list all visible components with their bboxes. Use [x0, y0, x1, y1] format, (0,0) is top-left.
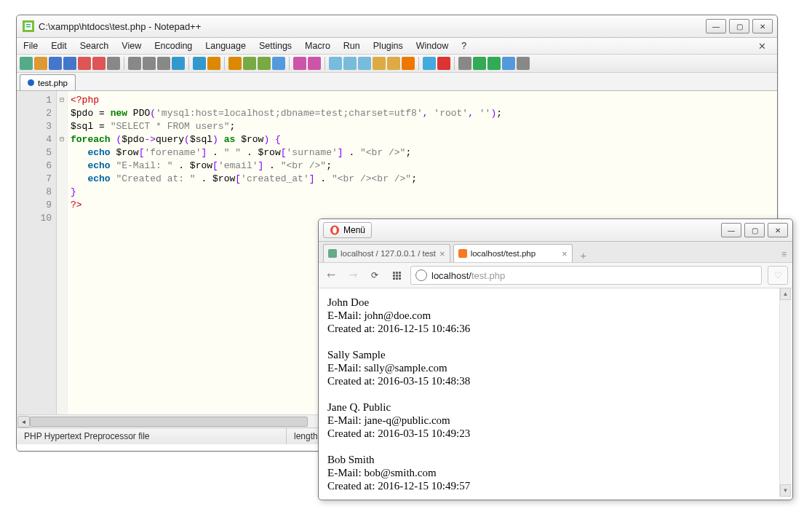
- folder-icon[interactable]: [402, 57, 415, 70]
- record-name: Bob Smith: [327, 453, 784, 466]
- url-domain: localhost/: [431, 270, 471, 281]
- find-icon[interactable]: [207, 57, 220, 70]
- vertical-scrollbar[interactable]: ▲ ▼: [779, 288, 791, 497]
- menu-run[interactable]: Run: [337, 41, 367, 51]
- open-icon[interactable]: [34, 57, 47, 70]
- page-content: John DoeE-Mail: john@doe.comCreated at: …: [319, 288, 792, 491]
- zoom-out-icon[interactable]: [258, 57, 271, 70]
- unfold-all-icon[interactable]: [358, 57, 371, 70]
- stop-icon[interactable]: [458, 57, 471, 70]
- minimize-button[interactable]: —: [706, 19, 726, 34]
- npp-app-icon: [23, 20, 34, 32]
- doc-map-icon[interactable]: [373, 57, 386, 70]
- tab-menu-icon[interactable]: ≡: [781, 249, 787, 259]
- npp-title: C:\xampp\htdocs\test.php - Notepad++: [39, 21, 706, 32]
- play-icon[interactable]: [473, 57, 486, 70]
- indent-guide-icon[interactable]: [329, 57, 342, 70]
- file-tab-label: test.php: [38, 79, 68, 87]
- menu-edit[interactable]: Edit: [44, 41, 73, 51]
- sync-icon[interactable]: [272, 57, 285, 70]
- back-button[interactable]: 🡐: [323, 267, 339, 283]
- bookmark-button[interactable]: ♡: [768, 266, 788, 285]
- status-language: PHP Hypertext Preprocessor file: [17, 428, 287, 444]
- menu-plugins[interactable]: Plugins: [367, 41, 410, 51]
- function-list-icon[interactable]: [387, 57, 400, 70]
- redo-icon[interactable]: [193, 57, 206, 70]
- record-entry: Jane Q. PublicE-Mail: jane-q@public.comC…: [327, 401, 784, 440]
- scroll-thumb[interactable]: [30, 417, 308, 427]
- url-path: test.php: [471, 270, 505, 281]
- scroll-left-icon[interactable]: ◄: [17, 416, 30, 427]
- menu-file[interactable]: File: [17, 41, 44, 51]
- record-email: E-Mail: john@doe.com: [327, 309, 784, 322]
- opera-window-buttons: — ▢ ✕: [721, 223, 788, 237]
- save-macro-icon[interactable]: [502, 57, 515, 70]
- menu-encoding[interactable]: Encoding: [148, 41, 199, 51]
- fold-all-icon[interactable]: [343, 57, 357, 70]
- record-entry: Bob SmithE-Mail: bob@smith.comCreated at…: [327, 453, 784, 491]
- opera-browser-window: Menü — ▢ ✕ localhost / 127.0.0.1 / test×…: [318, 218, 793, 500]
- npp-toolbar: [17, 55, 777, 73]
- browser-tab[interactable]: localhost/test.php×: [453, 244, 573, 262]
- menu-search[interactable]: Search: [73, 41, 116, 51]
- close-icon[interactable]: [78, 57, 91, 70]
- fold-gutter[interactable]: ⊟⊟: [57, 91, 68, 414]
- opera-tabstrip: localhost / 127.0.0.1 / test×localhost/t…: [319, 242, 792, 263]
- maximize-button[interactable]: ▢: [744, 223, 765, 237]
- scroll-up-icon[interactable]: ▲: [780, 288, 791, 300]
- record-created: Created at: 2016-03-15 10:48:38: [327, 374, 784, 387]
- svg-point-5: [333, 227, 337, 234]
- menu-?[interactable]: ?: [455, 41, 473, 51]
- menu-settings[interactable]: Settings: [252, 41, 298, 51]
- monitor-icon[interactable]: [423, 57, 436, 70]
- menu-macro[interactable]: Macro: [298, 41, 337, 51]
- save-icon[interactable]: [49, 57, 62, 70]
- reload-button[interactable]: ⟳: [367, 267, 383, 283]
- paste-icon[interactable]: [157, 57, 170, 70]
- maximize-button[interactable]: ▢: [729, 19, 749, 34]
- new-icon[interactable]: [20, 57, 33, 70]
- npp-menubar: FileEditSearchViewEncodingLanguageSettin…: [17, 38, 777, 55]
- speed-dial-button[interactable]: [389, 267, 405, 283]
- cut-icon[interactable]: [128, 57, 141, 70]
- forward-button[interactable]: 🡒: [345, 267, 361, 283]
- menu-window[interactable]: Window: [410, 41, 455, 51]
- record-email: E-Mail: bob@smith.com: [327, 466, 784, 479]
- url-input[interactable]: localhost/test.php: [410, 266, 762, 285]
- print-icon[interactable]: [107, 57, 120, 70]
- favicon-icon: [458, 249, 467, 258]
- tab-close-icon[interactable]: ×: [562, 248, 568, 259]
- record-created: Created at: 2016-03-15 10:49:23: [327, 427, 784, 440]
- close-all-icon[interactable]: [92, 57, 106, 70]
- record-email: E-Mail: jane-q@public.com: [327, 414, 784, 427]
- opera-icon: [330, 225, 340, 235]
- show-all-icon[interactable]: [308, 57, 321, 70]
- close-button[interactable]: ✕: [752, 19, 773, 34]
- undo-icon[interactable]: [172, 57, 185, 70]
- opera-menu-button[interactable]: Menü: [323, 222, 372, 238]
- spell-icon[interactable]: [517, 57, 530, 70]
- menu-language[interactable]: Language: [199, 41, 252, 51]
- tab-label: localhost / 127.0.0.1 / test: [341, 249, 436, 258]
- new-tab-button[interactable]: +: [576, 248, 592, 262]
- zoom-in-icon[interactable]: [243, 57, 256, 70]
- minimize-button[interactable]: —: [721, 223, 741, 237]
- svg-rect-2: [26, 24, 31, 25]
- play-multi-icon[interactable]: [487, 57, 501, 70]
- save-all-icon[interactable]: [63, 57, 76, 70]
- replace-icon[interactable]: [228, 57, 242, 70]
- opera-titlebar[interactable]: Menü — ▢ ✕: [319, 219, 792, 242]
- menubar-close-icon[interactable]: ✕: [752, 41, 773, 52]
- tab-label: localhost/test.php: [471, 249, 536, 258]
- record-icon[interactable]: [437, 57, 450, 70]
- close-button[interactable]: ✕: [768, 223, 788, 237]
- tab-close-icon[interactable]: ×: [439, 248, 445, 259]
- browser-tab[interactable]: localhost / 127.0.0.1 / test×: [323, 244, 450, 262]
- menu-view[interactable]: View: [115, 41, 148, 51]
- file-tab[interactable]: test.php: [20, 74, 76, 90]
- scroll-down-icon[interactable]: ▼: [780, 484, 791, 497]
- word-wrap-icon[interactable]: [293, 57, 306, 70]
- npp-titlebar[interactable]: C:\xampp\htdocs\test.php - Notepad++ — ▢…: [17, 15, 777, 38]
- copy-icon[interactable]: [143, 57, 156, 70]
- opera-menu-label: Menü: [343, 225, 365, 235]
